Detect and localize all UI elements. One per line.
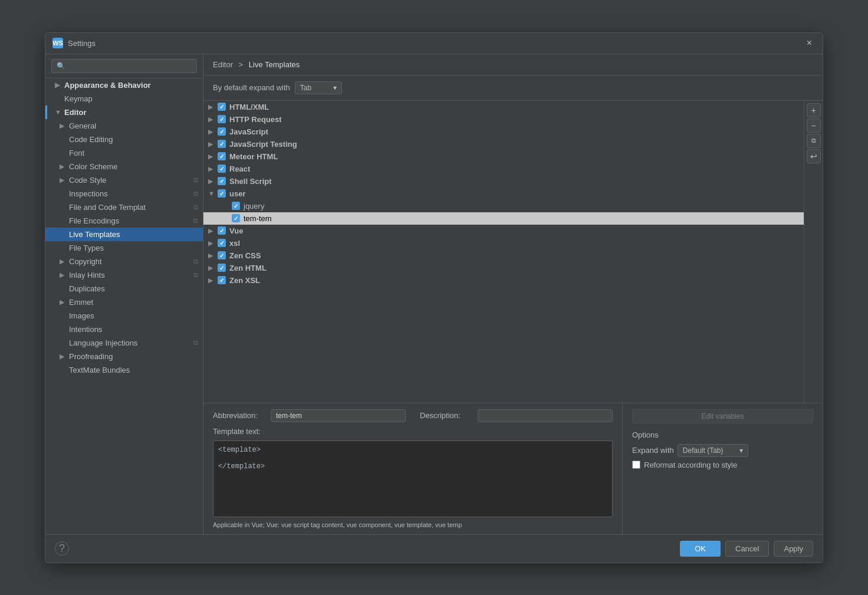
template-group-zen-css[interactable]: ▶ Zen CSS (203, 249, 804, 262)
group-name: Zen CSS (229, 251, 261, 260)
sidebar-item-general[interactable]: ▶ General (45, 119, 203, 133)
abbreviation-input[interactable] (271, 409, 406, 422)
template-group-user[interactable]: ▼ user (203, 188, 804, 200)
sidebar-label: TextMate Bundles (69, 366, 130, 374)
sidebar-item-file-code-templates[interactable]: File and Code Templat ⧉ (45, 200, 203, 214)
footer-buttons: OK Cancel Apply (680, 541, 813, 557)
search-input[interactable] (51, 59, 197, 73)
template-group-jst[interactable]: ▶ JavaScript Testing (203, 138, 804, 150)
sidebar-item-font[interactable]: Font (45, 146, 203, 160)
sidebar-item-keymap[interactable]: Keymap (45, 92, 203, 106)
search-box (45, 54, 203, 78)
group-checkbox[interactable] (218, 115, 226, 123)
sidebar-item-color-scheme[interactable]: ▶ Color Scheme (45, 160, 203, 173)
add-button[interactable]: + (807, 103, 821, 117)
copy-icon: ⧉ (193, 217, 198, 225)
copy-icon: ⧉ (193, 203, 198, 211)
group-name: JavaScript (229, 127, 268, 136)
template-group-shell[interactable]: ▶ Shell Script (203, 175, 804, 188)
sidebar-item-proofreading[interactable]: ▶ Proofreading (45, 350, 203, 363)
sidebar-item-images[interactable]: Images (45, 309, 203, 323)
group-checkbox[interactable] (218, 276, 226, 284)
group-checkbox[interactable] (218, 226, 226, 235)
template-group-react[interactable]: ▶ React (203, 163, 804, 175)
title-bar: WS Settings × (45, 33, 823, 54)
sidebar-item-emmet[interactable]: ▶ Emmet (45, 295, 203, 309)
sidebar-item-code-style[interactable]: ▶ Code Style ⧉ (45, 173, 203, 187)
remove-button[interactable]: − (807, 119, 821, 133)
sidebar: ▶ Appearance & Behavior Keymap ▼ Editor … (45, 54, 203, 534)
sidebar-label: Inspections (69, 189, 108, 198)
sidebar-label: Live Templates (69, 230, 120, 239)
cancel-button[interactable]: Cancel (725, 541, 769, 557)
template-group-zen-xsl[interactable]: ▶ Zen XSL (203, 274, 804, 287)
group-name: Meteor HTML (229, 152, 278, 161)
undo-button[interactable]: ↩ (807, 149, 821, 163)
reformat-checkbox[interactable] (632, 461, 640, 469)
edit-variables-button[interactable]: Edit variables (632, 409, 813, 423)
template-group-xsl[interactable]: ▶ xsl (203, 237, 804, 249)
description-input[interactable] (478, 409, 613, 422)
copy-button[interactable]: ⧉ (807, 134, 821, 148)
item-checkbox[interactable] (232, 214, 240, 222)
group-checkbox[interactable] (218, 239, 226, 247)
sidebar-item-duplicates[interactable]: Duplicates (45, 282, 203, 295)
expand-with-value: Default (Tab) (683, 446, 724, 455)
expand-with-dropdown[interactable]: Default (Tab) ▾ (678, 444, 748, 457)
sidebar-item-inlay-hints[interactable]: ▶ Inlay Hints ⧉ (45, 268, 203, 282)
sidebar-label: Inlay Hints (69, 271, 105, 280)
group-checkbox[interactable] (218, 165, 226, 173)
sidebar-item-appearance[interactable]: ▶ Appearance & Behavior (45, 78, 203, 92)
group-name: Vue (229, 226, 243, 235)
template-item-jquery[interactable]: jquery (203, 200, 804, 212)
ok-button[interactable]: OK (680, 541, 721, 557)
template-group-vue[interactable]: ▶ Vue (203, 225, 804, 237)
group-checkbox[interactable] (218, 251, 226, 259)
applicable-row: Applicable in Vue; Vue: vue script tag c… (213, 521, 613, 528)
sidebar-item-code-editing[interactable]: Code Editing (45, 133, 203, 146)
template-text-label: Template text: (213, 427, 266, 436)
expand-icon: ▼ (208, 190, 218, 197)
group-checkbox[interactable] (218, 152, 226, 160)
chevron-down-icon: ▾ (739, 446, 743, 455)
abbreviation-label: Abbreviation: (213, 411, 266, 420)
group-checkbox[interactable] (218, 103, 226, 111)
breadcrumb-parent: Editor (213, 60, 233, 69)
template-item-tem-tem[interactable]: tem-tem (203, 212, 804, 225)
template-text-area[interactable]: <template> </template> (213, 441, 613, 517)
sidebar-item-inspections[interactable]: Inspections ⧉ (45, 187, 203, 200)
group-checkbox[interactable] (218, 264, 226, 272)
template-list: ▶ HTML/XML ▶ HTTP Request ▶ JavaScr (203, 101, 804, 403)
sidebar-item-intentions[interactable]: Intentions (45, 323, 203, 336)
apply-button[interactable]: Apply (774, 541, 813, 557)
group-checkbox[interactable] (218, 189, 226, 198)
sidebar-item-textmate-bundles[interactable]: TextMate Bundles (45, 363, 203, 377)
sidebar-item-copyright[interactable]: ▶ Copyright ⧉ (45, 255, 203, 268)
group-checkbox[interactable] (218, 177, 226, 185)
description-label: Description: (420, 411, 473, 420)
template-group-http[interactable]: ▶ HTTP Request (203, 113, 804, 126)
sidebar-label: Appearance & Behavior (64, 81, 151, 90)
sidebar-item-language-injections[interactable]: Language Injections ⧉ (45, 336, 203, 350)
close-button[interactable]: × (803, 37, 816, 50)
expand-icon: ▶ (208, 116, 218, 123)
template-group-js[interactable]: ▶ JavaScript (203, 126, 804, 138)
expand-icon: ▶ (208, 153, 218, 160)
sidebar-label: Language Injections (69, 338, 137, 347)
template-group-html[interactable]: ▶ HTML/XML (203, 101, 804, 113)
item-checkbox[interactable] (232, 202, 240, 210)
bottom-left-panel: Abbreviation: Description: Template text… (203, 403, 622, 534)
help-button[interactable]: ? (55, 541, 69, 555)
dialog-title: Settings (68, 39, 803, 48)
expand-dropdown[interactable]: Tab ▾ (295, 81, 342, 94)
sidebar-item-file-encodings[interactable]: File Encodings ⧉ (45, 214, 203, 228)
sidebar-item-editor[interactable]: ▼ Editor (45, 106, 203, 119)
sidebar-item-live-templates[interactable]: Live Templates (45, 228, 203, 241)
template-group-meteor[interactable]: ▶ Meteor HTML (203, 150, 804, 163)
sidebar-item-file-types[interactable]: File Types (45, 241, 203, 255)
group-checkbox[interactable] (218, 140, 226, 148)
group-checkbox[interactable] (218, 127, 226, 136)
template-group-zen-html[interactable]: ▶ Zen HTML (203, 262, 804, 274)
sidebar-label: Copyright (69, 257, 102, 266)
group-name: JavaScript Testing (229, 140, 297, 149)
